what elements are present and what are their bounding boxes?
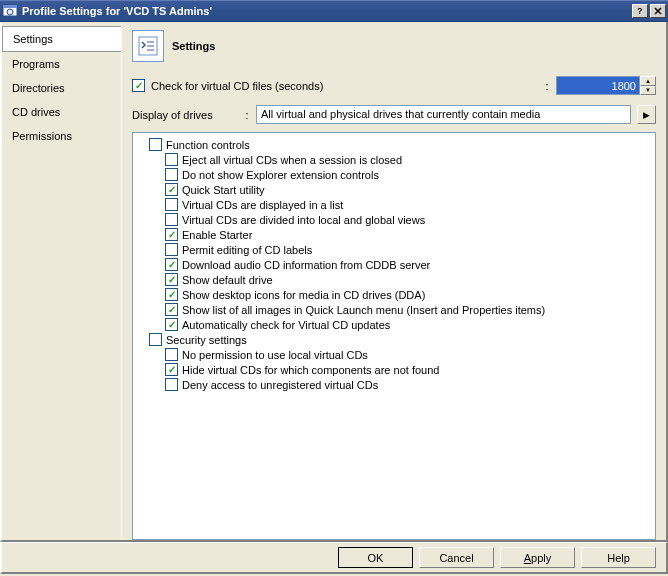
button-bar: OK Cancel Apply Help: [0, 542, 668, 574]
sidebar: Settings Programs Directories CD drives …: [2, 22, 122, 540]
tree-item[interactable]: Show default drive: [137, 272, 649, 287]
spinner-up-button[interactable]: ▲: [640, 76, 656, 86]
security-settings-checkbox[interactable]: [149, 333, 162, 346]
tree-item-checkbox[interactable]: [165, 198, 178, 211]
tree-item[interactable]: Virtual CDs are divided into local and g…: [137, 212, 649, 227]
tree-item[interactable]: Deny access to unregistered virtual CDs: [137, 377, 649, 392]
svg-text:?: ?: [637, 6, 643, 16]
close-window-button[interactable]: [650, 4, 666, 18]
ok-button[interactable]: OK: [338, 547, 413, 568]
function-controls-checkbox[interactable]: [149, 138, 162, 151]
tree-item-label: Do not show Explorer extension controls: [182, 169, 379, 181]
window-title: Profile Settings for 'VCD TS Admins': [22, 5, 630, 17]
colon: :: [244, 109, 250, 121]
tree-item-label: Show list of all images in Quick Launch …: [182, 304, 545, 316]
display-drives-value: All virtual and physical drives that cur…: [256, 105, 631, 124]
check-files-input[interactable]: [556, 76, 640, 95]
tree-item-checkbox[interactable]: [165, 153, 178, 166]
tree-item-label: No permission to use local virtual CDs: [182, 349, 368, 361]
tree-item[interactable]: Quick Start utility: [137, 182, 649, 197]
tree-item-checkbox[interactable]: [165, 228, 178, 241]
tree-item-checkbox[interactable]: [165, 213, 178, 226]
check-files-label: Check for virtual CD files (seconds): [151, 80, 538, 92]
display-drives-label: Display of drives: [132, 109, 238, 121]
tree-group-function-controls[interactable]: Function controls: [137, 137, 649, 152]
tree-item-checkbox[interactable]: [165, 183, 178, 196]
display-drives-picker-button[interactable]: ▶: [637, 105, 656, 124]
tree-item-label: Quick Start utility: [182, 184, 265, 196]
page-header: Settings: [132, 30, 656, 62]
colon: :: [544, 80, 550, 92]
tree-item[interactable]: Permit editing of CD labels: [137, 242, 649, 257]
tree-item-label: Deny access to unregistered virtual CDs: [182, 379, 378, 391]
tree-item-checkbox[interactable]: [165, 378, 178, 391]
options-tree[interactable]: Function controls Eject all virtual CDs …: [132, 132, 656, 540]
tree-item-label: Virtual CDs are displayed in a list: [182, 199, 343, 211]
tree-item-checkbox[interactable]: [165, 273, 178, 286]
tree-item-checkbox[interactable]: [165, 363, 178, 376]
svg-point-2: [7, 9, 13, 15]
tree-item[interactable]: Automatically check for Virtual CD updat…: [137, 317, 649, 332]
display-drives-row: Display of drives : All virtual and phys…: [132, 105, 656, 124]
tree-item[interactable]: No permission to use local virtual CDs: [137, 347, 649, 362]
tree-group-security-settings[interactable]: Security settings: [137, 332, 649, 347]
tree-item[interactable]: Enable Starter: [137, 227, 649, 242]
help-button[interactable]: Help: [581, 547, 656, 568]
tree-item-label: Hide virtual CDs for which components ar…: [182, 364, 439, 376]
tree-item-checkbox[interactable]: [165, 348, 178, 361]
spinner-down-button[interactable]: ▼: [640, 86, 656, 96]
tree-item-label: Eject all virtual CDs when a session is …: [182, 154, 402, 166]
client-area: Settings Programs Directories CD drives …: [0, 22, 668, 542]
check-files-row: Check for virtual CD files (seconds) : ▲…: [132, 76, 656, 95]
tree-item[interactable]: Show desktop icons for media in CD drive…: [137, 287, 649, 302]
tree-item[interactable]: Show list of all images in Quick Launch …: [137, 302, 649, 317]
tree-item[interactable]: Eject all virtual CDs when a session is …: [137, 152, 649, 167]
tree-item-checkbox[interactable]: [165, 288, 178, 301]
tree-item-label: Enable Starter: [182, 229, 252, 241]
sidebar-item-cd-drives[interactable]: CD drives: [2, 100, 121, 124]
security-settings-label: Security settings: [166, 334, 247, 346]
tree-item-checkbox[interactable]: [165, 318, 178, 331]
sidebar-item-directories[interactable]: Directories: [2, 76, 121, 100]
check-files-checkbox[interactable]: [132, 79, 145, 92]
sidebar-item-programs[interactable]: Programs: [2, 52, 121, 76]
settings-icon: [132, 30, 164, 62]
tree-item-checkbox[interactable]: [165, 258, 178, 271]
tree-item-checkbox[interactable]: [165, 243, 178, 256]
tree-item[interactable]: Download audio CD information from CDDB …: [137, 257, 649, 272]
tree-item-checkbox[interactable]: [165, 168, 178, 181]
page-title: Settings: [172, 40, 215, 52]
cancel-button[interactable]: Cancel: [419, 547, 494, 568]
tree-item-label: Virtual CDs are divided into local and g…: [182, 214, 425, 226]
sidebar-item-settings[interactable]: Settings: [2, 26, 121, 52]
sidebar-item-permissions[interactable]: Permissions: [2, 124, 121, 148]
app-icon: [2, 3, 18, 19]
check-files-spinner: ▲ ▼: [556, 76, 656, 95]
tree-item[interactable]: Hide virtual CDs for which components ar…: [137, 362, 649, 377]
tree-item-label: Show default drive: [182, 274, 273, 286]
tree-item-label: Automatically check for Virtual CD updat…: [182, 319, 390, 331]
apply-button[interactable]: Apply: [500, 547, 575, 568]
tree-item-label: Permit editing of CD labels: [182, 244, 312, 256]
tree-item-label: Show desktop icons for media in CD drive…: [182, 289, 425, 301]
tree-item[interactable]: Virtual CDs are displayed in a list: [137, 197, 649, 212]
function-controls-label: Function controls: [166, 139, 250, 151]
tree-item-label: Download audio CD information from CDDB …: [182, 259, 430, 271]
titlebar: Profile Settings for 'VCD TS Admins' ?: [0, 0, 668, 22]
tree-item[interactable]: Do not show Explorer extension controls: [137, 167, 649, 182]
help-window-button[interactable]: ?: [632, 4, 648, 18]
main-panel: Settings Check for virtual CD files (sec…: [122, 22, 666, 540]
tree-item-checkbox[interactable]: [165, 303, 178, 316]
svg-rect-1: [3, 5, 17, 8]
